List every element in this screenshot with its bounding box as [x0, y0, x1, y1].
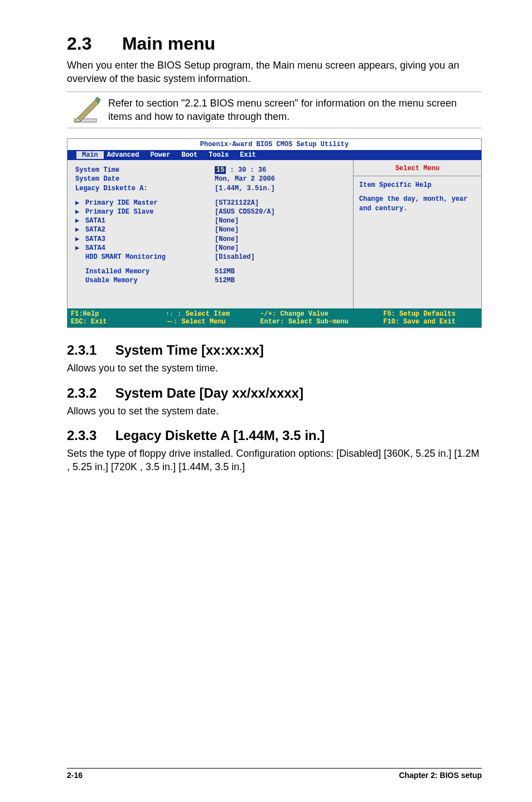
- footer-col1: F1:HelpESC: Exit: [71, 310, 166, 326]
- spacer: [75, 276, 85, 285]
- triangle-icon: ▶: [75, 225, 85, 234]
- value-sata1: [None]: [215, 216, 349, 225]
- bios-help-panel: Select Menu Item Specific Help Change th…: [353, 160, 481, 308]
- section-title-text: Main menu: [122, 33, 215, 54]
- value-pim: [ST321122A]: [215, 199, 349, 207]
- svg-marker-1: [78, 100, 99, 121]
- select-menu: →←: Select Menu: [166, 318, 226, 326]
- value-hdd[interactable]: [Disabled]: [215, 253, 349, 262]
- sub3-number: 2.3.3: [67, 428, 112, 443]
- select-submenu: Enter: Select Sub-menu: [260, 318, 349, 326]
- section-lead: When you enter the BIOS Setup program, t…: [67, 59, 482, 86]
- bios-screen: Phoenix-Award BIOS CMOS Setup Utility Ma…: [67, 138, 482, 328]
- footer-col2: ↑↓ : Select Item→←: Select Menu: [166, 310, 260, 326]
- help-item-specific: Item Specific Help: [354, 176, 481, 195]
- label-usable: Usable Memory: [85, 277, 138, 284]
- tab-main[interactable]: Main: [76, 151, 104, 159]
- bios-menubar: Main Advanced Power Boot Tools Exit: [67, 150, 481, 160]
- tab-tools[interactable]: Tools: [205, 151, 236, 159]
- tab-power[interactable]: Power: [147, 151, 178, 159]
- row-sata1[interactable]: ▶SATA1 [None]: [75, 216, 349, 225]
- sub1-number: 2.3.1: [67, 342, 112, 358]
- value-sata4: [None]: [215, 244, 349, 253]
- f1-help: F1:Help: [71, 310, 99, 318]
- label-sata2: SATA2: [85, 226, 105, 234]
- row-hdd-smart[interactable]: HDD SMART Monitoring [Disabled]: [75, 253, 349, 262]
- subsection-heading-3: 2.3.3 Legacy Diskette A [1.44M, 3.5 in.]: [67, 428, 482, 443]
- row-primary-ide-slave[interactable]: ▶Primary IDE Slave [ASUS CDS520/A]: [75, 207, 349, 216]
- section-number: 2.3: [67, 33, 117, 54]
- page-number: 2-16: [67, 771, 83, 780]
- save-exit: F10: Save and Exit: [383, 318, 456, 326]
- row-sata4[interactable]: ▶SATA4 [None]: [75, 244, 349, 253]
- triangle-icon: ▶: [75, 216, 85, 225]
- page-footer: 2-16 Chapter 2: BIOS setup: [67, 768, 482, 780]
- select-item: ↑↓ : Select Item: [166, 310, 230, 318]
- section-heading: 2.3 Main menu: [67, 33, 482, 54]
- label-sata3: SATA3: [85, 235, 105, 243]
- setup-defaults: F5: Setup Defaults: [383, 310, 456, 318]
- row-usable-memory: Usable Memory 512MB: [75, 276, 349, 285]
- sub2-number: 2.3.2: [67, 385, 112, 401]
- note-box: Refer to section "2.2.1 BIOS menu screen…: [67, 91, 482, 129]
- time-rest: : 30 : 36: [226, 166, 266, 174]
- row-installed-memory: Installed Memory 512MB: [75, 267, 349, 276]
- triangle-icon: ▶: [75, 235, 85, 244]
- footer-col4: F5: Setup DefaultsF10: Save and Exit: [383, 310, 478, 326]
- label-sata4: SATA4: [85, 244, 105, 252]
- label-installed: Installed Memory: [85, 268, 149, 276]
- value-installed: 512MB: [215, 267, 349, 276]
- triangle-icon: ▶: [75, 199, 85, 207]
- value-system-time[interactable]: 15 : 30 : 36: [215, 166, 349, 175]
- row-sata3[interactable]: ▶SATA3 [None]: [75, 235, 349, 244]
- pencil-note-icon: [67, 94, 106, 125]
- row-system-time[interactable]: System Time 15 : 30 : 36: [75, 166, 349, 175]
- value-usable: 512MB: [215, 276, 349, 285]
- row-sata2[interactable]: ▶SATA2 [None]: [75, 225, 349, 234]
- tab-boot[interactable]: Boot: [178, 151, 205, 159]
- row-system-date[interactable]: System Date Mon, Mar 2 2006: [75, 175, 349, 183]
- bios-title: Phoenix-Award BIOS CMOS Setup Utility: [67, 139, 481, 150]
- label-system-time: System Time: [75, 166, 215, 175]
- sub1-title: System Time [xx:xx:xx]: [115, 342, 264, 357]
- row-legacy-diskette[interactable]: Legacy Diskette A: [1.44M, 3.5in.]: [75, 184, 349, 193]
- subsection-heading-1: 2.3.1 System Time [xx:xx:xx]: [67, 342, 482, 358]
- sub3-title: Legacy Diskette A [1.44M, 3.5 in.]: [115, 428, 325, 443]
- help-description: Change the day, month, year and century.: [354, 195, 481, 218]
- chapter-label: Chapter 2: BIOS setup: [399, 771, 482, 780]
- label-system-date: System Date: [75, 175, 215, 183]
- row-primary-ide-master[interactable]: ▶Primary IDE Master [ST321122A]: [75, 199, 349, 207]
- triangle-icon: ▶: [75, 207, 85, 216]
- spacer: [75, 253, 85, 262]
- tab-advanced[interactable]: Advanced: [104, 151, 147, 159]
- value-system-date[interactable]: Mon, Mar 2 2006: [215, 175, 349, 183]
- label-legacy: Legacy Diskette A:: [75, 184, 215, 193]
- bios-footer-bar: F1:HelpESC: Exit ↑↓ : Select Item→←: Sel…: [67, 308, 481, 327]
- sub3-body: Sets the type of floppy drive installed.…: [67, 447, 482, 474]
- label-pim: Primary IDE Master: [85, 199, 158, 207]
- esc-exit: ESC: Exit: [71, 318, 107, 326]
- spacer: [75, 267, 85, 276]
- change-value: -/+: Change Value: [260, 310, 328, 318]
- label-hdd: HDD SMART Monitoring: [85, 253, 166, 261]
- help-panel-title: Select Menu: [354, 160, 481, 176]
- label-sata1: SATA1: [85, 217, 105, 225]
- sub2-title: System Date [Day xx/xx/xxxx]: [115, 385, 304, 400]
- sub1-body: Allows you to set the system time.: [67, 361, 482, 375]
- sub2-body: Allows you to set the system date.: [67, 404, 482, 418]
- value-sata3: [None]: [215, 235, 349, 244]
- triangle-icon: ▶: [75, 244, 85, 253]
- label-pis: Primary IDE Slave: [85, 208, 153, 216]
- value-sata2: [None]: [215, 225, 349, 234]
- footer-col3: -/+: Change ValueEnter: Select Sub-menu: [260, 310, 384, 326]
- tab-exit[interactable]: Exit: [236, 151, 264, 159]
- note-text: Refer to section "2.2.1 BIOS menu screen…: [106, 93, 482, 127]
- value-pis: [ASUS CDS520/A]: [215, 207, 349, 216]
- value-legacy[interactable]: [1.44M, 3.5in.]: [215, 184, 349, 193]
- bios-main-panel: System Time 15 : 30 : 36 System Date Mon…: [67, 160, 353, 308]
- hour-highlight[interactable]: 15: [215, 166, 226, 174]
- subsection-heading-2: 2.3.2 System Date [Day xx/xx/xxxx]: [67, 385, 482, 401]
